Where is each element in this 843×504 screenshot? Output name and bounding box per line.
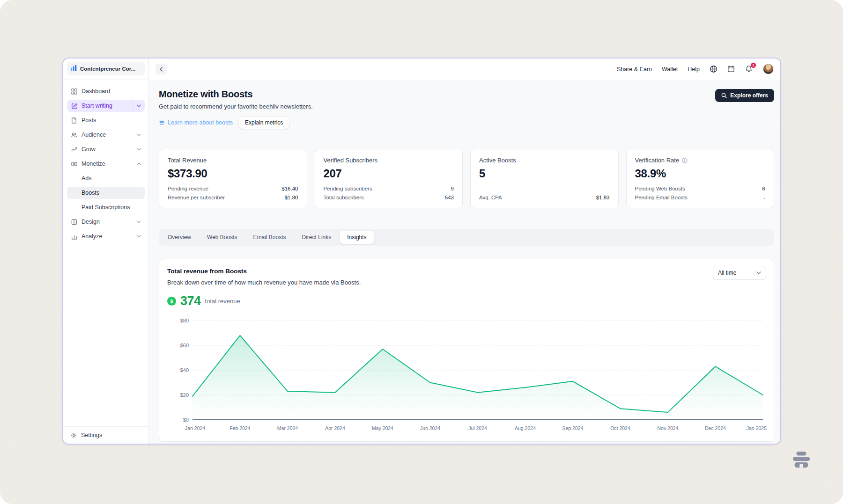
- settings-label: Settings: [81, 432, 102, 438]
- svg-text:Jun 2024: Jun 2024: [420, 425, 440, 431]
- main-area: Share & Earn Wallet Help 1: [149, 58, 780, 444]
- revenue-chart: $0$20$40$60$80Jan 2024Feb 2024Mar 2024Ap…: [167, 313, 769, 433]
- share-and-earn-link[interactable]: Share & Earn: [617, 66, 652, 73]
- chart-title: Total revenue from Boosts: [167, 268, 766, 275]
- time-range-select[interactable]: All time: [713, 266, 766, 280]
- revenue-chart-card: Total revenue from Boosts Break down ove…: [159, 259, 774, 442]
- learn-more-label: Learn more about boosts: [168, 119, 233, 126]
- svg-text:$40: $40: [180, 367, 189, 373]
- beehiiv-hive-watermark-icon: [791, 451, 812, 472]
- sidebar-nav: Dashboard Start writing Posts Audience: [63, 80, 148, 426]
- sidebar-collapse-button[interactable]: [155, 64, 167, 75]
- workspace-name: Contentpreneur Cor...: [80, 66, 135, 72]
- time-range-value: All time: [718, 270, 736, 276]
- document-icon: [71, 117, 77, 124]
- dashboard-icon: [71, 88, 77, 95]
- help-link[interactable]: Help: [688, 66, 700, 73]
- topbar: Share & Earn Wallet Help 1: [149, 58, 780, 80]
- chevron-down-icon[interactable]: [133, 100, 145, 112]
- stat-title: Verification Rate: [635, 157, 680, 164]
- wallet-link[interactable]: Wallet: [662, 66, 678, 73]
- sidebar-item-grow[interactable]: Grow: [67, 143, 145, 155]
- stats-row: Total Revenue $373.90 Pending revenue$16…: [159, 149, 774, 208]
- stat-value: $373.90: [168, 167, 298, 180]
- search-icon: [721, 93, 727, 98]
- chevron-up-icon: [137, 162, 141, 165]
- sidebar-item-posts[interactable]: Posts: [67, 114, 145, 126]
- svg-text:Nov 2024: Nov 2024: [658, 425, 679, 431]
- stat-row-value: $1.83: [596, 195, 610, 200]
- avatar[interactable]: [763, 64, 774, 74]
- stat-row-label: Pending revenue: [168, 186, 208, 191]
- info-icon[interactable]: [682, 158, 688, 163]
- chevron-down-icon: [137, 148, 141, 151]
- tab-direct-links[interactable]: Direct Links: [295, 231, 339, 244]
- page-title: Monetize with Boosts: [159, 89, 313, 100]
- tab-email-boosts[interactable]: Email Boosts: [246, 231, 293, 244]
- stat-title: Active Boosts: [479, 157, 610, 164]
- svg-text:$60: $60: [180, 343, 189, 348]
- sidebar-item-analyze[interactable]: Analyze: [67, 230, 145, 242]
- svg-text:Jul 2024: Jul 2024: [468, 425, 487, 431]
- stat-row-value: $16.40: [281, 186, 298, 191]
- stat-row-label: Revenue per subscriber: [168, 195, 225, 200]
- layout-icon: [71, 219, 77, 225]
- banknote-icon: [71, 161, 77, 167]
- learn-more-link[interactable]: Learn more about boosts: [159, 119, 233, 126]
- explain-metrics-button[interactable]: Explain metrics: [238, 116, 289, 129]
- sidebar-item-label: Dashboard: [81, 88, 110, 95]
- dollar-circle-icon: $: [167, 297, 176, 306]
- sidebar-item-label: Analyze: [81, 233, 102, 240]
- explore-offers-button[interactable]: Explore offers: [715, 89, 774, 102]
- svg-text:Sep 2024: Sep 2024: [562, 425, 584, 431]
- sidebar-subitem-paid-subscriptions[interactable]: Paid Subscriptions: [67, 201, 145, 213]
- sidebar-item-audience[interactable]: Audience: [67, 129, 145, 141]
- svg-text:$80: $80: [180, 318, 189, 323]
- sidebar: Contentpreneur Cor... Dashboard Start wr…: [63, 58, 149, 444]
- tab-web-boosts[interactable]: Web Boosts: [200, 231, 244, 244]
- sidebar-item-label: Design: [81, 219, 100, 225]
- sidebar-subitem-label: Paid Subscriptions: [81, 204, 130, 211]
- bell-icon[interactable]: 1: [745, 65, 753, 73]
- stat-row-value: -: [763, 195, 765, 200]
- page-content: Monetize with Boosts Get paid to recomme…: [149, 80, 780, 444]
- bar-chart-icon: [71, 233, 77, 240]
- chevron-down-icon: [756, 271, 761, 274]
- tab-overview[interactable]: Overview: [161, 231, 198, 244]
- calendar-icon[interactable]: [727, 65, 735, 73]
- sidebar-item-monetize[interactable]: Monetize: [67, 158, 145, 170]
- stat-card-active-boosts: Active Boosts 5 Avg. CPA$1.83: [470, 149, 619, 208]
- stat-row-label: Pending subscribers: [324, 186, 372, 191]
- stat-value: 207: [324, 167, 454, 180]
- sidebar-item-label: Start writing: [81, 102, 112, 109]
- gear-icon: [71, 432, 77, 438]
- sidebar-header: Contentpreneur Cor...: [63, 58, 148, 80]
- svg-text:Jan 2025: Jan 2025: [747, 425, 767, 431]
- sidebar-subitem-label: Ads: [81, 175, 92, 182]
- sidebar-subitem-ads[interactable]: Ads: [67, 172, 145, 184]
- total-revenue-value: 374: [180, 294, 201, 308]
- sidebar-item-settings[interactable]: Settings: [63, 426, 148, 444]
- stat-row-label: Total subscribers: [324, 195, 364, 200]
- svg-text:Oct 2024: Oct 2024: [610, 425, 630, 431]
- explore-offers-label: Explore offers: [730, 92, 768, 99]
- sidebar-subitem-boosts[interactable]: Boosts: [67, 187, 145, 199]
- workspace-switcher[interactable]: Contentpreneur Cor...: [67, 62, 145, 75]
- tab-insights[interactable]: Insights: [340, 231, 373, 244]
- page-subtitle: Get paid to recommend your favorite beeh…: [159, 103, 313, 110]
- app-window: Contentpreneur Cor... Dashboard Start wr…: [62, 58, 781, 445]
- sidebar-item-start-writing[interactable]: Start writing: [67, 100, 145, 112]
- sidebar-item-dashboard[interactable]: Dashboard: [67, 85, 145, 97]
- svg-text:Feb 2024: Feb 2024: [229, 425, 251, 431]
- chart-subtitle: Break down over time of how much revenue…: [167, 279, 766, 286]
- stat-value: 38.9%: [635, 167, 766, 180]
- sidebar-item-design[interactable]: Design: [67, 216, 145, 228]
- pencil-square-icon: [71, 102, 78, 109]
- sidebar-item-label: Monetize: [81, 161, 105, 167]
- globe-icon[interactable]: [710, 65, 717, 73]
- stat-title: Total Revenue: [168, 157, 298, 164]
- stat-value: 5: [479, 167, 610, 180]
- boosts-tabs: Overview Web Boosts Email Boosts Direct …: [159, 229, 774, 246]
- svg-text:May 2024: May 2024: [372, 425, 393, 431]
- graduation-cap-icon: [159, 120, 165, 125]
